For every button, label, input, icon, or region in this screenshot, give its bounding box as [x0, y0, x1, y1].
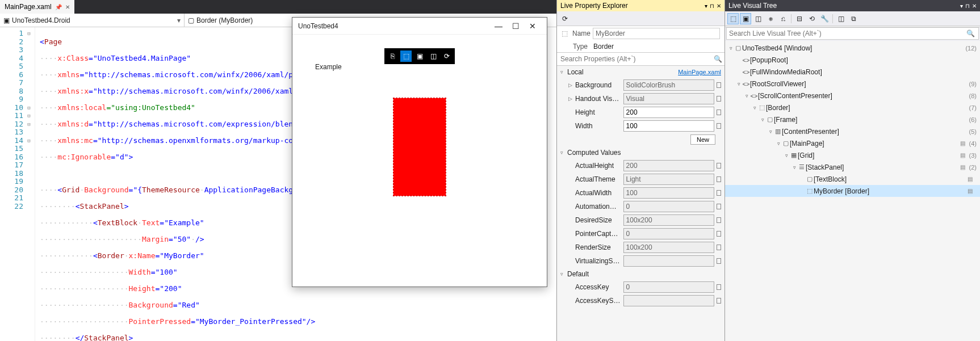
- expand-icon[interactable]: ▷: [568, 82, 573, 88]
- sync-icon[interactable]: ⟲: [806, 13, 818, 24]
- expand-icon[interactable]: ▿: [743, 93, 750, 99]
- hot-reload-icon[interactable]: ⟳: [441, 50, 453, 62]
- preview-selection-icon[interactable]: ⎈: [765, 13, 776, 24]
- tree-node[interactable]: ▿⬚[Border](7): [725, 102, 980, 113]
- lpe-group-default[interactable]: ▿ Default: [557, 268, 724, 280]
- expand-icon[interactable]: ▿: [759, 117, 766, 123]
- lpe-titlebar[interactable]: Live Property Explorer ▾ ⊓ ✕: [557, 0, 724, 11]
- search-icon[interactable]: 🔍: [714, 55, 722, 63]
- property-marker[interactable]: [717, 245, 721, 250]
- name-input[interactable]: [593, 28, 720, 39]
- pin-icon[interactable]: ⊓: [710, 3, 714, 9]
- dropdown-icon[interactable]: ▾: [960, 3, 963, 9]
- pin-icon[interactable]: 📌: [55, 4, 62, 10]
- lvt-search-input[interactable]: [727, 28, 963, 39]
- property-marker[interactable]: [717, 123, 721, 129]
- property-value: [623, 228, 714, 239]
- close-icon[interactable]: ✕: [717, 3, 721, 9]
- nav-scope-dropdown[interactable]: ▣ UnoTestbed4.Droid ▾: [0, 14, 185, 27]
- tree-node[interactable]: ⬚MyBorder [Border]▤: [725, 185, 980, 197]
- source-icon[interactable]: ▤: [968, 188, 974, 194]
- tree-node[interactable]: ▿<>[RootScrollViewer](9): [725, 78, 980, 90]
- collapse-all-icon[interactable]: ⊟: [794, 13, 805, 24]
- display-layout-icon[interactable]: ▣: [740, 13, 751, 24]
- property-marker[interactable]: [717, 204, 721, 209]
- close-button[interactable]: ✕: [524, 22, 541, 31]
- source-icon[interactable]: ▤: [960, 164, 967, 170]
- property-marker[interactable]: [717, 96, 721, 102]
- source-icon[interactable]: ▤: [968, 176, 974, 182]
- property-marker[interactable]: [717, 110, 721, 115]
- property-marker[interactable]: [717, 190, 721, 196]
- search-icon[interactable]: 🔍: [963, 30, 978, 37]
- lpe-search-input[interactable]: [559, 54, 714, 64]
- app-titlebar[interactable]: UnoTestbed4 — ☐ ✕: [292, 18, 547, 35]
- expand-icon[interactable]: ▿: [560, 69, 567, 75]
- property-value[interactable]: [623, 107, 714, 118]
- property-marker[interactable]: [717, 176, 721, 182]
- expand-icon[interactable]: ▿: [727, 45, 734, 51]
- lvt-toolbar: ⬚ ▣ ◫ ⎈ ⎌ ⊟ ⟲ 🔧 ◫ ⧉: [725, 11, 980, 26]
- myborder-element[interactable]: [393, 98, 446, 196]
- expand-icon[interactable]: ▿: [735, 81, 742, 87]
- minimize-button[interactable]: —: [490, 22, 507, 31]
- close-icon[interactable]: ✕: [65, 4, 70, 10]
- track-focus-icon[interactable]: ◫: [428, 50, 439, 62]
- display-layout-icon[interactable]: ▣: [414, 50, 425, 62]
- property-marker[interactable]: [717, 298, 721, 304]
- expand-icon[interactable]: ▿: [560, 271, 567, 277]
- tree-node[interactable]: ▢[TextBlock]▤: [725, 173, 980, 185]
- source-icon[interactable]: ▤: [960, 152, 967, 158]
- property-marker[interactable]: [717, 82, 721, 88]
- tree-node[interactable]: ▿▢[Frame](6): [725, 113, 980, 125]
- element-icon: ▦: [790, 151, 798, 159]
- lpe-group-computed[interactable]: ▿ Computed Values: [557, 146, 724, 159]
- select-element-icon[interactable]: ⬚: [727, 13, 739, 24]
- tree-node[interactable]: ▿<>[ScrollContentPresenter](8): [725, 90, 980, 102]
- expand-icon[interactable]: ▿: [751, 105, 758, 111]
- node-name: MyBorder [Border]: [814, 187, 968, 195]
- property-value[interactable]: [623, 120, 714, 132]
- document-tab-mainpage[interactable]: MainPage.xaml 📌 ✕: [0, 0, 74, 14]
- lpe-search[interactable]: 🔍: [557, 53, 724, 66]
- lvt-search[interactable]: 🔍: [726, 27, 979, 40]
- tree-node[interactable]: ▿☰[StackPanel]▤(2): [725, 161, 980, 173]
- tree-node[interactable]: <>[PopupRoot]: [725, 54, 980, 66]
- node-name: [FullWindowMediaRoot]: [750, 68, 974, 76]
- windows-icon[interactable]: ⧉: [848, 13, 859, 24]
- settings-icon[interactable]: 🔧: [819, 13, 830, 24]
- tree-node[interactable]: ▿▦[Grid]▤(3): [725, 149, 980, 161]
- new-button[interactable]: New: [690, 134, 715, 145]
- source-icon[interactable]: ▤: [960, 140, 967, 146]
- expand-icon[interactable]: ▿: [783, 153, 790, 158]
- window-icon[interactable]: ◫: [835, 13, 847, 24]
- tree-node[interactable]: ▿▢UnoTestbed4 [Window](12): [725, 42, 980, 54]
- track-focus-icon[interactable]: ◫: [752, 13, 764, 24]
- property-marker[interactable]: [717, 231, 721, 237]
- expand-icon[interactable]: ▿: [560, 150, 567, 155]
- lvt-titlebar[interactable]: Live Visual Tree ▾ ⊓ ✕: [725, 0, 980, 11]
- expand-icon[interactable]: ▿: [775, 141, 782, 146]
- tree-node[interactable]: <>[FullWindowMediaRoot]: [725, 66, 980, 78]
- close-icon[interactable]: ✕: [972, 3, 977, 9]
- expand-icon[interactable]: ▷: [568, 96, 573, 102]
- maximize-button[interactable]: ☐: [507, 22, 524, 31]
- select-element-icon[interactable]: ⬚: [400, 50, 412, 62]
- dropdown-icon[interactable]: ▾: [705, 3, 707, 9]
- tree-node[interactable]: ▿▥[ContentPresenter](5): [725, 125, 980, 137]
- property-marker[interactable]: [717, 163, 721, 169]
- show-just-my-xaml-icon[interactable]: ⎌: [777, 13, 789, 24]
- pin-icon[interactable]: ⊓: [965, 3, 970, 9]
- lpe-group-local[interactable]: ▿ Local MainPage.xaml: [557, 66, 724, 78]
- refresh-icon[interactable]: ⟳: [559, 13, 571, 24]
- source-link[interactable]: MainPage.xaml: [678, 69, 721, 75]
- expand-icon[interactable]: ▿: [767, 129, 774, 134]
- tree-node[interactable]: ▿▢[MainPage]▤(4): [725, 137, 980, 149]
- goto-live-tree-icon[interactable]: ⎘: [387, 50, 398, 62]
- xaml-debug-toolbar[interactable]: ⎘ ⬚ ▣ ◫ ⟳: [384, 48, 455, 64]
- lpe-title-text: Live Property Explorer: [560, 2, 702, 10]
- expand-icon[interactable]: ▿: [791, 165, 798, 170]
- property-marker[interactable]: [717, 258, 721, 264]
- property-marker[interactable]: [717, 284, 721, 290]
- property-marker[interactable]: [717, 217, 721, 223]
